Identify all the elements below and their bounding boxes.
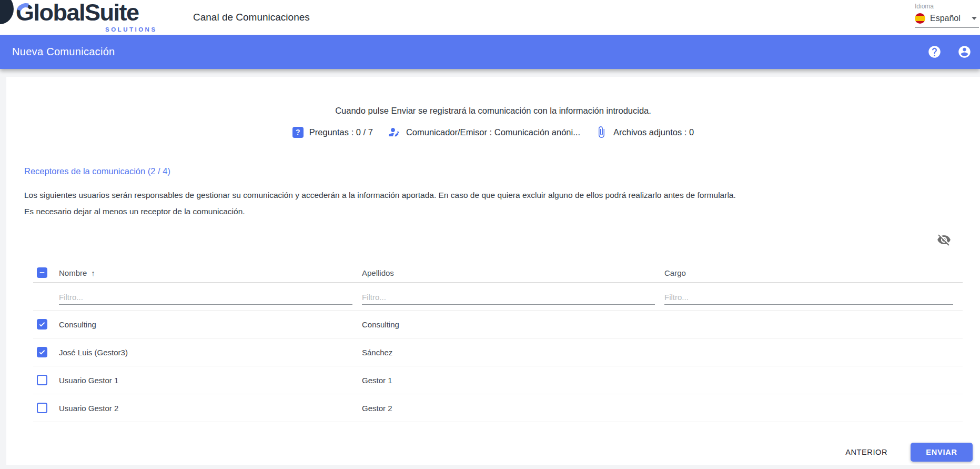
column-header-apellidos[interactable]: Apellidos [362,268,664,277]
row-checkbox[interactable] [37,375,47,385]
cell-apellidos: Gestor 2 [362,404,664,413]
eye-off-icon[interactable] [937,233,951,249]
logo-subtext: SOLUTIONS [105,26,157,33]
content-card: Cuando pulse Enviar se registrará la com… [6,77,980,465]
page-title: Canal de Comunicaciones [193,0,310,35]
enviar-button[interactable]: ENVIAR [911,443,973,462]
stat-label: Preguntas : 0 / 7 [309,127,373,137]
corner-decoration [0,0,14,24]
spain-flag-icon [915,13,925,24]
cell-nombre: Usuario Gestor 1 [59,376,362,385]
table-row[interactable]: Usuario Gestor 1 Gestor 1 [33,366,963,394]
arrow-up-icon: ↑ [91,268,95,277]
receptores-description-2: Es necesario dejar al menos un receptor … [24,207,245,216]
table-row[interactable]: José Luis (Gestor3) Sánchez [33,338,963,366]
column-label: Apellidos [362,268,394,277]
footer-actions: ANTERIOR ENVIAR [840,443,973,462]
language-select[interactable]: Español [915,11,979,28]
table-header-row: Nombre ↑ Apellidos Cargo [33,263,963,283]
cell-apellidos: Sánchez [362,348,664,357]
table-row[interactable]: Consulting Consulting [33,311,963,338]
cell-nombre: Consulting [59,320,362,329]
filter-input-nombre[interactable] [59,290,352,305]
cell-nombre: José Luis (Gestor3) [59,348,362,357]
language-block: Idioma Español [915,3,979,28]
row-checkbox[interactable] [37,403,47,413]
help-icon[interactable] [927,45,942,59]
filter-row-spacer [33,283,59,310]
row-checkbox[interactable] [37,319,47,330]
appbar: Nueva Comunicación [0,35,980,69]
receptores-section-link[interactable]: Receptores de la comunicación (2 / 4) [24,166,170,176]
column-label: Cargo [664,268,686,277]
column-header-cargo[interactable]: Cargo [664,268,963,277]
summary-stats: Preguntas : 0 / 7 Comunicador/Emisor : C… [6,126,980,138]
column-header-nombre[interactable]: Nombre ↑ [59,268,362,277]
language-value: Español [930,14,961,23]
account-circle-icon[interactable] [957,45,972,59]
stat-label: Comunicador/Emisor : Comunicación anóni.… [406,127,580,137]
caret-down-icon [972,17,977,20]
row-checkbox[interactable] [37,347,47,357]
globalsuite-logo: GlobalSuite SOLUTIONS [16,0,184,35]
receptors-table: Nombre ↑ Apellidos Cargo [33,263,963,422]
column-label: Nombre [59,268,87,277]
filter-input-apellidos[interactable] [362,290,655,305]
filter-input-cargo[interactable] [664,290,953,305]
question-square-icon [292,127,304,138]
cell-apellidos: Gestor 1 [362,376,664,385]
top-header: GlobalSuite SOLUTIONS Canal de Comunicac… [0,0,980,35]
stat-label: Archivos adjuntos : 0 [613,127,694,137]
language-label: Idioma [915,3,979,10]
anterior-button[interactable]: ANTERIOR [840,444,893,461]
table-row[interactable]: Usuario Gestor 2 Gestor 2 [33,394,963,422]
app-screen: GlobalSuite SOLUTIONS Canal de Comunicac… [0,0,980,469]
receptores-description-1: Los siguientes usuarios serán responsabl… [24,191,736,200]
table-body: Consulting Consulting José Luis (Gestor3… [33,311,963,422]
stat-comunicador: Comunicador/Emisor : Comunicación anóni.… [388,126,580,138]
stat-preguntas: Preguntas : 0 / 7 [292,127,373,138]
cell-apellidos: Consulting [362,320,664,329]
appbar-icons [927,35,972,69]
select-all-checkbox[interactable] [37,267,47,278]
notice-text: Cuando pulse Enviar se registrará la com… [6,106,980,116]
cell-nombre: Usuario Gestor 2 [59,404,362,413]
appbar-title: Nueva Comunicación [12,35,115,69]
person-edit-icon [388,126,400,138]
table-filter-row [33,283,963,311]
paperclip-icon [595,126,608,138]
stat-adjuntos: Archivos adjuntos : 0 [595,126,694,138]
